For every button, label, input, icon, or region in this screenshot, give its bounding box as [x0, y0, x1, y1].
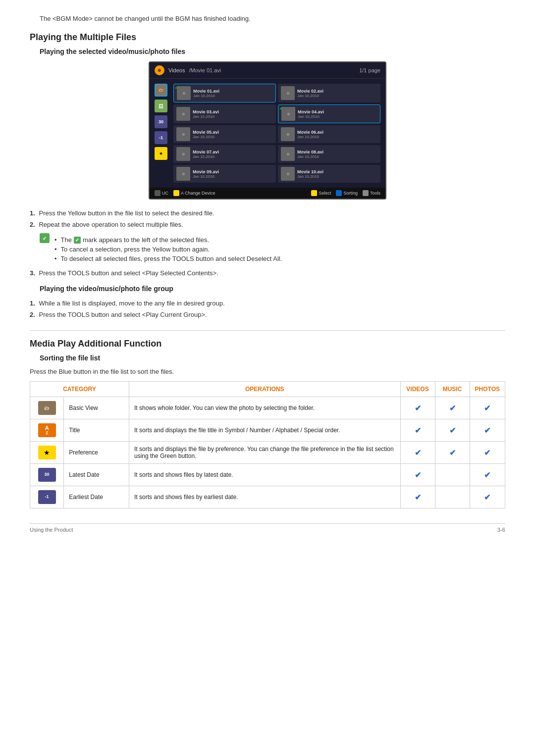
row-description-cell: It sorts and displays the file title in … — [129, 419, 401, 442]
file-info: Movie 01.avi Jan 10,2010 — [193, 89, 272, 98]
row-icon-cell: -1 — [30, 486, 64, 508]
sub-bullet-3: To deselect all selected files, press th… — [54, 255, 282, 262]
footer-changedevice-btn[interactable]: A Change Device — [173, 190, 215, 196]
footer-tools-btn[interactable]: Tools — [363, 190, 380, 196]
table-row: 30 Latest Date It sorts and shows files … — [30, 464, 505, 486]
videos-header: VIDEOS — [400, 382, 435, 397]
player-logo-icon: ⊕ — [155, 65, 164, 75]
check-music-icon: ✔ — [449, 449, 456, 457]
photos-check-cell: ✔ — [470, 442, 505, 464]
music-check-cell — [435, 464, 470, 486]
row-description-cell: It sorts and displays the file by prefer… — [129, 442, 401, 464]
table-row: -1 Earliest Date It sorts and shows file… — [30, 486, 505, 508]
file-item[interactable]: ⊕ Movie 09.avi Jan 10,2010 — [173, 165, 276, 183]
check-videos-icon: ✔ — [415, 404, 421, 412]
file-name: Movie 10.avi — [297, 169, 377, 174]
row-label: Basic View — [69, 404, 98, 411]
file-name: Movie 08.avi — [297, 150, 377, 154]
row-label-cell: Preference — [64, 442, 129, 464]
photos-check-cell: ✔ — [470, 397, 505, 419]
file-thumbnail: ⊕ — [281, 167, 295, 181]
player-header-title: Videos — [168, 67, 185, 73]
photos-check-cell: ✔ — [470, 486, 505, 508]
file-thumbnail: ⊕ — [177, 86, 191, 100]
file-thumbnail: ⊕ — [281, 127, 295, 141]
row-description-cell: It sorts and shows files by latest date. — [129, 464, 401, 486]
file-item[interactable]: ⊕ Movie 07.avi Jan 10,2010 — [173, 145, 276, 163]
file-name: Movie 09.avi — [193, 169, 273, 174]
file-info: Movie 03.avi Jan 10,2010 — [193, 109, 273, 119]
row-description: It sorts and displays the file title in … — [134, 427, 340, 434]
file-info: Movie 09.avi Jan 10,2010 — [193, 169, 273, 179]
footer-select-btn[interactable]: Select — [311, 190, 331, 196]
music-check-cell: ✔ — [435, 442, 470, 464]
check-videos-icon: ✔ — [415, 493, 421, 502]
cal30-icon: 30 — [38, 468, 56, 482]
group-instruction-1: 1. While a file list is displayed, move … — [30, 300, 505, 307]
file-item[interactable]: ⊕ Movie 05.avi Jan 10,2010 — [173, 125, 276, 143]
player-header-path: /Movie 01.avi — [189, 67, 221, 73]
sidebar-star-icon[interactable]: ★ — [155, 147, 167, 160]
sorting-icon — [336, 190, 342, 196]
table-row: A Z Title It sorts and displays the file… — [30, 419, 505, 442]
file-info: Movie 04.avi Jan 10,2010 — [298, 109, 377, 119]
videos-check-cell: ✔ — [400, 464, 435, 486]
file-thumbnail: ⊕ — [281, 107, 295, 121]
file-item[interactable]: ⊕ Movie 06.avi Jan 10,2010 — [278, 125, 380, 143]
sorting-intro: Press the Blue button in the file list t… — [30, 368, 505, 375]
sub-bullet-2: To cancel a selection, press the Yellow … — [54, 246, 282, 253]
player-mockup: ⊕ Videos /Movie 01.avi 1/1 page 🗁 🖼 30 -… — [149, 61, 386, 200]
photos-header: PHOTOS — [470, 382, 505, 397]
file-item[interactable]: ✔ ⊕ Movie 04.avi Jan 10,2010 — [278, 104, 380, 123]
player-sidebar: 🗁 🖼 30 -1 ★ — [155, 84, 169, 183]
file-name: Movie 07.avi — [193, 150, 273, 154]
file-item[interactable]: ⊕ Movie 10.avi Jan 10,2010 — [278, 165, 380, 183]
file-item[interactable]: ⊕ Movie 03.avi Jan 10,2010 — [173, 104, 276, 123]
file-date: Jan 10,2010 — [297, 154, 377, 159]
sidebar-calendar30-icon[interactable]: 30 — [155, 115, 167, 128]
page-footer: Using the Product 3-6 — [30, 523, 505, 533]
music-header: MUSIC — [435, 382, 470, 397]
videos-check-cell: ✔ — [400, 419, 435, 442]
sidebar-folder-icon[interactable]: 🗁 — [155, 84, 167, 97]
photos-check-cell: ✔ — [470, 464, 505, 486]
group-instruction-1-text: While a file list is displayed, move to … — [39, 300, 224, 307]
videos-check-cell: ✔ — [400, 397, 435, 419]
footer-right: 3-6 — [497, 527, 505, 533]
file-date: Jan 10,2010 — [298, 114, 377, 119]
table-row: ★ Preference It sorts and displays the f… — [30, 442, 505, 464]
check-photos-icon: ✔ — [484, 426, 490, 435]
file-item[interactable]: ✔ ⊕ Movie 01.avi Jan 10,2010 — [173, 84, 276, 102]
file-thumbnail: ⊕ — [281, 86, 295, 100]
check-music-icon: ✔ — [449, 426, 456, 435]
check-photos-icon: ✔ — [484, 404, 490, 412]
instruction-1: 1. Press the Yellow button in the file l… — [30, 209, 505, 217]
row-label-cell: Title — [64, 419, 129, 442]
instruction-3-number: 3. — [30, 269, 35, 277]
footer-left: Using the Product — [30, 527, 73, 533]
footer-uc-btn[interactable]: UC — [155, 190, 168, 196]
instruction-3-text: Press the TOOLS button and select <Play … — [39, 269, 218, 277]
sidebar-photo-icon[interactable]: 🖼 — [155, 100, 167, 112]
footer-sorting-btn[interactable]: Sorting — [336, 190, 358, 196]
check-mark-icon: ✔ — [279, 106, 283, 111]
file-date: Jan 10,2010 — [193, 135, 273, 139]
file-name: Movie 05.avi — [193, 130, 273, 135]
operations-header: OPERATIONS — [129, 382, 401, 397]
file-item[interactable]: ⊕ Movie 02.avi Jan 10,2010 — [278, 84, 380, 102]
file-name: Movie 01.avi — [193, 89, 272, 94]
row-label: Title — [69, 427, 80, 434]
music-check-cell: ✔ — [435, 419, 470, 442]
sidebar-calendar1-icon[interactable]: -1 — [155, 131, 167, 144]
file-date: Jan 10,2010 — [193, 94, 272, 98]
instruction-2: 2. Repeat the above operation to select … — [30, 221, 505, 228]
file-name: Movie 03.avi — [193, 109, 273, 114]
file-item[interactable]: ⊕ Movie 08.avi Jan 10,2010 — [278, 145, 380, 163]
section-separator — [30, 330, 505, 331]
file-info: Movie 06.avi Jan 10,2010 — [297, 130, 377, 139]
file-date: Jan 10,2010 — [297, 174, 377, 179]
player-content: 🗁 🖼 30 -1 ★ ✔ ⊕ Movie 01.avi Jan 10,2010… — [150, 79, 385, 188]
uc-icon — [155, 190, 160, 196]
file-date: Jan 10,2010 — [193, 174, 273, 179]
file-grid: ✔ ⊕ Movie 01.avi Jan 10,2010 ⊕ Movie 02.… — [173, 84, 380, 183]
